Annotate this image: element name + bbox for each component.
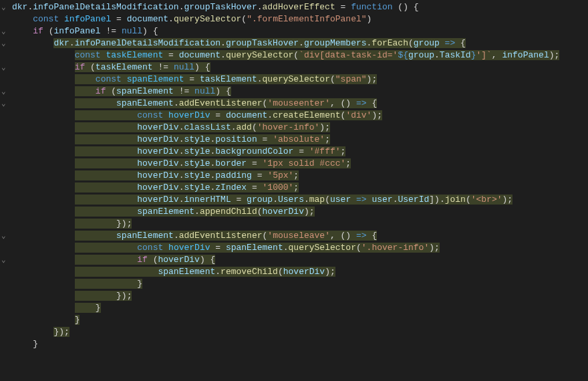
code-line[interactable]: spanElement.appendChild(hoverDiv);: [12, 206, 588, 218]
code-line[interactable]: hoverDiv.style.zIndex = '1000';: [12, 182, 588, 194]
fold-placeholder: [0, 49, 11, 61]
code-line[interactable]: }: [12, 314, 588, 326]
fold-placeholder: [0, 242, 11, 254]
code-area[interactable]: dkr.infoPanelDetailsModification.groupTa…: [11, 0, 588, 381]
fold-placeholder: [0, 122, 11, 134]
fold-chevron-down-icon[interactable]: ⌄: [0, 98, 11, 110]
code-line[interactable]: spanElement.addEventListener('mouseleave…: [12, 230, 588, 242]
fold-placeholder: [0, 338, 11, 350]
fold-chevron-down-icon[interactable]: ⌄: [0, 86, 11, 98]
code-line[interactable]: const taskElement = document.querySelect…: [12, 49, 588, 61]
code-line[interactable]: const spanElement = taskElement.querySel…: [12, 74, 588, 86]
fold-placeholder: [0, 218, 11, 230]
code-line[interactable]: hoverDiv.innerHTML = group.Users.map(use…: [12, 194, 588, 206]
fold-placeholder: [0, 110, 11, 122]
fold-placeholder: [0, 314, 11, 326]
fold-placeholder: [0, 278, 11, 290]
fold-placeholder: [0, 74, 11, 86]
fold-placeholder: [0, 266, 11, 278]
fold-chevron-down-icon[interactable]: ⌄: [0, 1, 11, 13]
code-line[interactable]: dkr.infoPanelDetailsModification.groupTa…: [12, 37, 588, 49]
code-line[interactable]: const hoverDiv = document.createElement(…: [12, 110, 588, 122]
code-editor[interactable]: ⌄⌄⌄⌄⌄⌄⌄⌄ dkr.infoPanelDetailsModificatio…: [0, 0, 588, 381]
fold-gutter: ⌄⌄⌄⌄⌄⌄⌄⌄: [0, 0, 11, 381]
fold-placeholder: [0, 290, 11, 302]
fold-placeholder: [0, 326, 11, 338]
code-line[interactable]: hoverDiv.classList.add('hover-info');: [12, 122, 588, 134]
code-line[interactable]: if (spanElement != null) {: [12, 86, 588, 98]
code-line[interactable]: spanElement.removeChild(hoverDiv);: [12, 266, 588, 278]
code-line[interactable]: if (infoPanel != null) {: [12, 25, 588, 37]
fold-placeholder: [0, 134, 11, 146]
code-line[interactable]: });: [12, 326, 588, 338]
fold-placeholder: [0, 206, 11, 218]
code-line[interactable]: }: [12, 278, 588, 290]
fold-placeholder: [0, 182, 11, 194]
fold-placeholder: [0, 302, 11, 314]
fold-chevron-down-icon[interactable]: ⌄: [0, 37, 11, 49]
fold-placeholder: [0, 158, 11, 170]
code-line[interactable]: const hoverDiv = spanElement.querySelect…: [12, 242, 588, 254]
code-line[interactable]: hoverDiv.style.backgroundColor = '#fff';: [12, 146, 588, 158]
fold-placeholder: [0, 194, 11, 206]
code-line[interactable]: hoverDiv.style.position = 'absolute';: [12, 134, 588, 146]
code-line[interactable]: }: [12, 302, 588, 314]
code-line[interactable]: });: [12, 218, 588, 230]
code-line[interactable]: dkr.infoPanelDetailsModification.groupTa…: [12, 1, 588, 13]
code-line[interactable]: if (taskElement != null) {: [12, 61, 588, 74]
fold-chevron-down-icon[interactable]: ⌄: [0, 230, 11, 242]
fold-chevron-down-icon[interactable]: ⌄: [0, 25, 11, 37]
fold-chevron-down-icon[interactable]: ⌄: [0, 254, 11, 266]
code-line[interactable]: if (hoverDiv) {: [12, 254, 588, 266]
fold-placeholder: [0, 146, 11, 158]
code-line[interactable]: hoverDiv.style.padding = '5px';: [12, 170, 588, 182]
fold-chevron-down-icon[interactable]: ⌄: [0, 61, 11, 74]
code-line[interactable]: });: [12, 290, 588, 302]
fold-placeholder: [0, 13, 11, 25]
code-line[interactable]: const infoPanel = document.querySelector…: [12, 13, 588, 25]
code-line[interactable]: hoverDiv.style.border = '1px solid #ccc'…: [12, 158, 588, 170]
code-line[interactable]: spanElement.addEventListener('mouseenter…: [12, 98, 588, 110]
fold-placeholder: [0, 170, 11, 182]
code-line[interactable]: }: [12, 338, 588, 350]
